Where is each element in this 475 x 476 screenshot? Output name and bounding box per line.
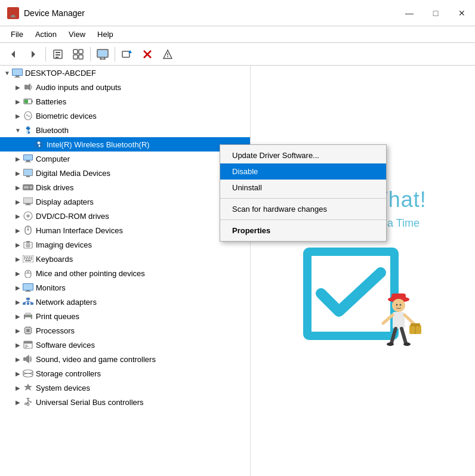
mice-label: Mice and other pointing devices [36,269,145,278]
svg-point-126 [400,304,402,305]
svg-rect-79 [26,298,30,300]
svg-rect-81 [27,302,29,305]
tree-item-disk[interactable]: ▶ Disk drives [0,180,250,194]
svg-point-125 [396,304,398,305]
tree-item-batteries[interactable]: ▶ Batteries [0,94,250,109]
svg-rect-11 [73,55,78,59]
storage-expand[interactable]: ▶ [13,369,23,378]
tree-item-hid[interactable]: ▶ Human Interface Devices [0,223,250,237]
tree-item-audio[interactable]: ▶ Audio inputs and outputs [0,80,250,94]
show-hidden-button[interactable] [69,45,88,63]
svg-rect-105 [24,341,32,344]
bluetooth-expand[interactable]: ▼ [13,125,23,135]
hid-expand[interactable]: ▶ [13,225,23,235]
ctx-update-driver[interactable]: Update Driver Software... [220,147,386,163]
window-controls: — □ ✕ [396,0,475,26]
tree-item-biometric[interactable]: ▶ Biometric devices [0,109,250,123]
svg-line-128 [383,315,393,323]
computer-button[interactable] [93,45,112,63]
tree-item-usb[interactable]: ▶ Universal Serial Bus controllers [0,395,250,409]
scan-toolbar-button[interactable] [158,45,177,63]
keyboards-expand[interactable]: ▶ [13,254,23,264]
display-expand[interactable]: ▶ [13,197,23,206]
tree-item-storage[interactable]: ▶ Storage controllers [0,366,250,381]
tree-item-display[interactable]: ▶ Display adapters [0,194,250,209]
tree-item-imaging[interactable]: ▶ Imaging devices [0,237,250,252]
tree-item-computer[interactable]: ▶ Computer [0,152,250,166]
tree-item-bluetooth[interactable]: ▼ Bluetooth [0,123,250,137]
toolbar [0,43,475,66]
svg-rect-49 [26,203,30,205]
mice-expand[interactable]: ▶ [13,268,23,278]
tree-item-dvd[interactable]: ▶ DVD/CD-ROM drives [0,209,250,223]
imaging-expand[interactable]: ▶ [13,240,23,249]
tree-item-monitors[interactable]: ▶ Monitors [0,280,250,295]
ctx-properties[interactable]: Properties [220,222,386,239]
tree-item-software[interactable]: ▶ Software devices [0,338,250,352]
ctx-scan[interactable]: Scan for hardware changes [220,201,386,217]
biometric-expand[interactable]: ▶ [13,111,23,120]
disk-expand[interactable]: ▶ [13,183,23,192]
window-title: Device Manager [24,8,85,18]
back-button[interactable] [4,45,23,63]
svg-rect-1 [11,15,15,17]
computer-expand[interactable]: ▶ [13,154,23,163]
svg-rect-9 [73,50,78,54]
svg-rect-40 [25,162,31,162]
svg-rect-109 [23,357,26,361]
tree-item-digital-media[interactable]: ▶ Digital Media Devices [0,166,250,180]
tree-item-system[interactable]: ▶ System devices [0,381,250,395]
usb-expand[interactable]: ▶ [13,397,23,407]
svg-point-60 [27,245,29,246]
audio-expand[interactable]: ▶ [13,82,23,92]
menu-help[interactable]: Help [91,27,119,41]
device-tree[interactable]: ▼ DESKTOP-ABCDEF ▶ Audio [0,66,251,476]
svg-point-53 [27,215,29,217]
update-driver-toolbar-button[interactable] [118,45,137,63]
processors-expand[interactable]: ▶ [13,326,23,335]
tree-item-bluetooth-device[interactable]: Intel(R) Wireless Bluetooth(R) [0,137,250,152]
maximize-button[interactable]: □ [422,0,449,26]
processors-label: Processors [36,326,75,335]
root-expand[interactable]: ▼ [2,68,12,78]
menu-file[interactable]: File [5,27,29,41]
sound-expand[interactable]: ▶ [13,354,23,364]
bluetooth-label: Bluetooth [36,126,69,135]
network-expand[interactable]: ▶ [13,297,23,307]
svg-rect-64 [29,256,30,258]
svg-point-74 [27,271,29,273]
svg-line-85 [28,301,32,302]
tree-root[interactable]: ▼ DESKTOP-ABCDEF [0,66,250,80]
svg-rect-42 [24,169,32,175]
imaging-label: Imaging devices [36,240,92,249]
software-expand[interactable]: ▶ [13,340,23,350]
minimize-button[interactable]: — [396,0,422,26]
svg-rect-80 [23,302,26,305]
svg-rect-118 [30,401,32,403]
properties-button[interactable] [48,45,67,63]
svg-rect-33 [24,100,28,103]
print-expand[interactable]: ▶ [13,311,23,321]
forward-button[interactable] [24,45,43,63]
ctx-disable[interactable]: Disable [220,163,386,180]
disk-icon [23,182,33,193]
dvd-expand[interactable]: ▶ [13,211,23,221]
ctx-uninstall[interactable]: Uninstall [220,180,386,196]
monitors-expand[interactable]: ▶ [13,283,23,292]
menu-action[interactable]: Action [29,27,63,41]
uninstall-toolbar-button[interactable] [138,45,157,63]
close-button[interactable]: ✕ [449,0,475,26]
bluetooth-device-expand[interactable] [24,140,33,149]
system-label: System devices [36,384,90,392]
digital-media-expand[interactable]: ▶ [13,168,23,178]
tree-item-keyboards[interactable]: ▶ Keyboards [0,252,250,266]
tree-item-mice[interactable]: ▶ Mice and other pointing devices [0,266,250,280]
tree-item-print[interactable]: ▶ Print queues [0,309,250,323]
svg-rect-39 [26,160,30,162]
tree-item-sound[interactable]: ▶ Sound, video and game controllers [0,352,250,366]
batteries-expand[interactable]: ▶ [13,97,23,106]
tree-item-processors[interactable]: ▶ Proces [0,323,250,338]
menu-view[interactable]: View [63,27,91,41]
system-expand[interactable]: ▶ [13,383,23,392]
tree-item-network[interactable]: ▶ Network adapters [0,295,250,309]
